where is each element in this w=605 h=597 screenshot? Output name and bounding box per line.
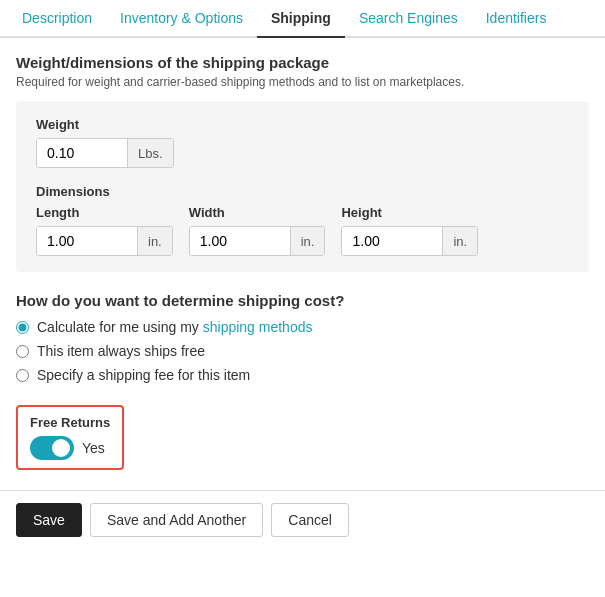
toggle-yes-label: Yes [82,440,105,456]
save-add-another-button[interactable]: Save and Add Another [90,503,263,537]
height-field-wrapper: in. [341,226,478,256]
width-input[interactable] [190,227,290,255]
tab-search-engines[interactable]: Search Engines [345,0,472,38]
radio-free: This item always ships free [16,343,589,359]
weight-label: Weight [36,117,569,132]
radio-fee-text: Specify a shipping fee for this item [37,367,250,383]
length-input[interactable] [37,227,137,255]
toggle-row: Yes [30,436,110,460]
radio-calculate-text: Calculate for me using my [37,319,199,335]
shipping-section-title: Weight/dimensions of the shipping packag… [16,54,589,71]
tab-bar: Description Inventory & Options Shipping… [0,0,605,38]
height-col: Height in. [341,205,478,256]
toggle-slider [30,436,74,460]
footer-buttons: Save Save and Add Another Cancel [0,490,605,549]
weight-input[interactable] [37,139,127,167]
width-label: Width [189,205,326,220]
width-field-wrapper: in. [189,226,326,256]
radio-fee: Specify a shipping fee for this item [16,367,589,383]
shipping-dimensions-box: Weight Lbs. Dimensions Length in. Width … [16,101,589,272]
length-unit: in. [137,227,172,255]
main-content: Weight/dimensions of the shipping packag… [0,38,605,486]
radio-calculate: Calculate for me using my shipping metho… [16,319,589,335]
free-returns-toggle[interactable] [30,436,74,460]
shipping-section-subtitle: Required for weight and carrier-based sh… [16,75,589,89]
height-input[interactable] [342,227,442,255]
weight-unit: Lbs. [127,139,173,167]
length-col: Length in. [36,205,173,256]
tab-inventory[interactable]: Inventory & Options [106,0,257,38]
height-label: Height [341,205,478,220]
height-unit: in. [442,227,477,255]
radio-free-input[interactable] [16,345,29,358]
length-label: Length [36,205,173,220]
tab-shipping[interactable]: Shipping [257,0,345,38]
length-field-wrapper: in. [36,226,173,256]
shipping-methods-link[interactable]: shipping methods [203,319,313,335]
tab-identifiers[interactable]: Identifiers [472,0,561,38]
cancel-button[interactable]: Cancel [271,503,349,537]
weight-input-group: Lbs. [36,138,569,168]
width-col: Width in. [189,205,326,256]
radio-free-text: This item always ships free [37,343,205,359]
shipping-cost-title: How do you want to determine shipping co… [16,292,589,309]
weight-field-wrapper: Lbs. [36,138,174,168]
tab-description[interactable]: Description [8,0,106,38]
free-returns-box: Free Returns Yes [16,405,124,470]
dimensions-label: Dimensions [36,184,569,199]
radio-fee-input[interactable] [16,369,29,382]
width-unit: in. [290,227,325,255]
save-button[interactable]: Save [16,503,82,537]
dimensions-row: Length in. Width in. Height in. [36,205,569,256]
radio-calculate-input[interactable] [16,321,29,334]
free-returns-label: Free Returns [30,415,110,430]
